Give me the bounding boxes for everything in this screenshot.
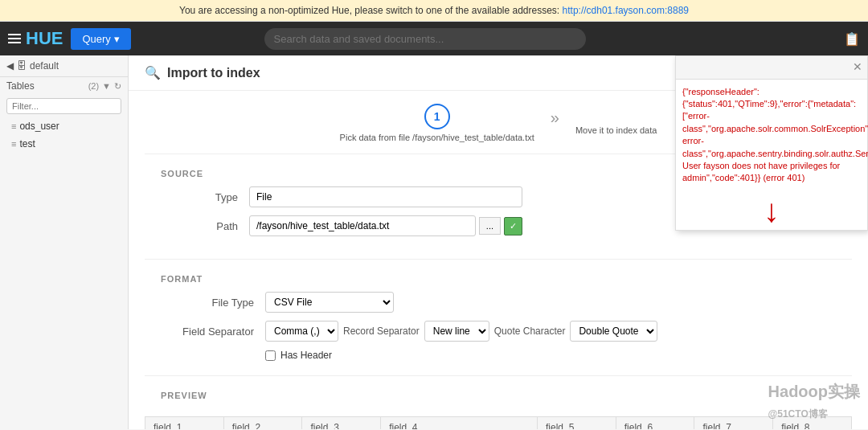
- tables-label: Tables: [6, 80, 88, 92]
- sidebar: ◀ 🗄 default Tables (2) ▼ ↻ ≡ ods_user ≡ …: [0, 55, 129, 429]
- page-title: Import to index: [167, 66, 260, 80]
- content-area: 🔍 Import to index 1 Pick data from file …: [129, 55, 868, 429]
- sidebar-item-ods-user[interactable]: ≡ ods_user: [0, 117, 128, 135]
- main-layout: ◀ 🗄 default Tables (2) ▼ ↻ ≡ ods_user ≡ …: [0, 55, 868, 429]
- filter-input[interactable]: [6, 98, 121, 114]
- preview-title: PREVIEW: [161, 391, 836, 400]
- column-header-field_1: field_1: [145, 417, 224, 430]
- format-title: FORMAT: [161, 274, 836, 284]
- step-1-circle: 1: [424, 104, 450, 129]
- app-header: HUE Query ▾ 📋: [0, 22, 868, 55]
- has-header-row: Has Header: [161, 350, 836, 361]
- sidebar-tables-row: Tables (2) ▼ ↻: [0, 77, 128, 95]
- verify-button[interactable]: ✓: [504, 217, 522, 235]
- history-icon[interactable]: 📋: [844, 31, 860, 47]
- down-arrow-icon: ↓: [764, 195, 780, 227]
- sidebar-item-label-ods-user: ods_user: [19, 121, 59, 132]
- preview-table: field_1field_2field_3field_4field_5field…: [145, 416, 852, 429]
- header-icons: 📋: [844, 31, 860, 47]
- import-icon: 🔍: [145, 65, 161, 80]
- field-sep-select[interactable]: Comma (,): [265, 321, 338, 342]
- step-1-wrapper: 1 Pick data from file /fayson/hive_test_…: [340, 104, 534, 142]
- type-select[interactable]: File: [249, 186, 522, 207]
- preview-table-wrapper: field_1field_2field_3field_4field_5field…: [129, 416, 868, 429]
- table-icon-test: ≡: [11, 139, 16, 149]
- browse-button[interactable]: ...: [479, 217, 501, 235]
- search-bar: [264, 28, 586, 50]
- step-2-wrapper: Move it to index data: [575, 111, 657, 135]
- query-button-label: Query: [82, 33, 110, 45]
- sidebar-db-name[interactable]: default: [30, 60, 59, 72]
- sidebar-collapse-icon[interactable]: ◀: [6, 60, 14, 72]
- step-1-number: 1: [434, 110, 440, 123]
- step-2-label: Move it to index data: [575, 125, 657, 135]
- quote-char-label: Quote Character: [494, 326, 566, 337]
- table-header-row: field_1field_2field_3field_4field_5field…: [145, 417, 852, 430]
- error-message: {"responseHeader":{"status":401,"QTime":…: [682, 87, 868, 183]
- sidebar-item-label-test: test: [19, 138, 35, 149]
- top-banner: You are accessing a non-optimized Hue, p…: [0, 0, 868, 22]
- format-section: FORMAT File Type CSV File Field Separato…: [129, 266, 868, 369]
- column-header-field_7: field_7: [694, 417, 773, 430]
- path-control: ... ✓: [249, 215, 522, 236]
- record-sep-select[interactable]: New line: [424, 321, 489, 342]
- has-header-label: Has Header: [280, 350, 332, 361]
- file-type-select[interactable]: CSV File: [265, 292, 394, 313]
- path-label: Path: [161, 220, 249, 232]
- error-arrow: ↓: [676, 191, 867, 230]
- hamburger-menu-icon[interactable]: [8, 34, 21, 43]
- step-arrow: »: [551, 109, 559, 127]
- type-label: Type: [161, 191, 249, 203]
- column-header-field_8: field_8: [773, 417, 852, 430]
- file-type-row: File Type CSV File: [161, 292, 836, 313]
- query-dropdown-arrow[interactable]: ▾: [114, 33, 120, 45]
- field-sep-label: Field Separator: [161, 326, 265, 338]
- type-control: File: [249, 186, 522, 207]
- filter-icon[interactable]: ▼: [102, 81, 111, 91]
- separators-control: Comma (,) Record Separator New line Quot…: [265, 321, 657, 342]
- sidebar-filter: [0, 95, 128, 117]
- query-button[interactable]: Query ▾: [71, 28, 130, 50]
- logo-text: HUE: [26, 28, 63, 49]
- table-icon-ods-user: ≡: [11, 121, 16, 131]
- column-header-field_4: field_4: [381, 417, 538, 430]
- separator-2: [145, 259, 852, 260]
- error-close-icon[interactable]: ✕: [853, 59, 862, 76]
- column-header-field_6: field_6: [616, 417, 694, 430]
- separators-row: Field Separator Comma (,) Record Separat…: [161, 321, 836, 342]
- error-popup: ✕ {"responseHeader":{"status":401,"QTime…: [675, 55, 868, 231]
- quote-char-select[interactable]: Double Quote: [570, 321, 657, 342]
- has-header-checkbox[interactable]: [265, 350, 276, 361]
- search-input[interactable]: [264, 28, 586, 50]
- file-type-label: File Type: [161, 297, 265, 309]
- record-sep-label: Record Separator: [343, 326, 420, 337]
- separator-3: [145, 375, 852, 376]
- column-header-field_5: field_5: [538, 417, 616, 430]
- double-arrow-icon: »: [551, 109, 559, 126]
- app-logo: HUE: [8, 28, 63, 49]
- banner-link[interactable]: http://cdh01.fayson.com:8889: [563, 5, 689, 16]
- sidebar-header: ◀ 🗄 default: [0, 55, 128, 77]
- database-icon: 🗄: [17, 60, 27, 72]
- refresh-icon[interactable]: ↻: [114, 81, 121, 92]
- file-type-control: CSV File: [265, 292, 394, 313]
- step-1-label: Pick data from file /fayson/hive_test_ta…: [340, 133, 534, 142]
- sidebar-item-test[interactable]: ≡ test: [0, 135, 128, 153]
- error-popup-body: {"responseHeader":{"status":401,"QTime":…: [676, 80, 867, 191]
- preview-section: PREVIEW: [129, 383, 868, 416]
- error-popup-header: ✕: [676, 56, 867, 80]
- column-header-field_3: field_3: [302, 417, 381, 430]
- tables-count: (2): [88, 81, 99, 91]
- column-header-field_2: field_2: [223, 417, 302, 430]
- banner-text: You are accessing a non-optimized Hue, p…: [179, 5, 559, 16]
- path-input[interactable]: [249, 215, 476, 236]
